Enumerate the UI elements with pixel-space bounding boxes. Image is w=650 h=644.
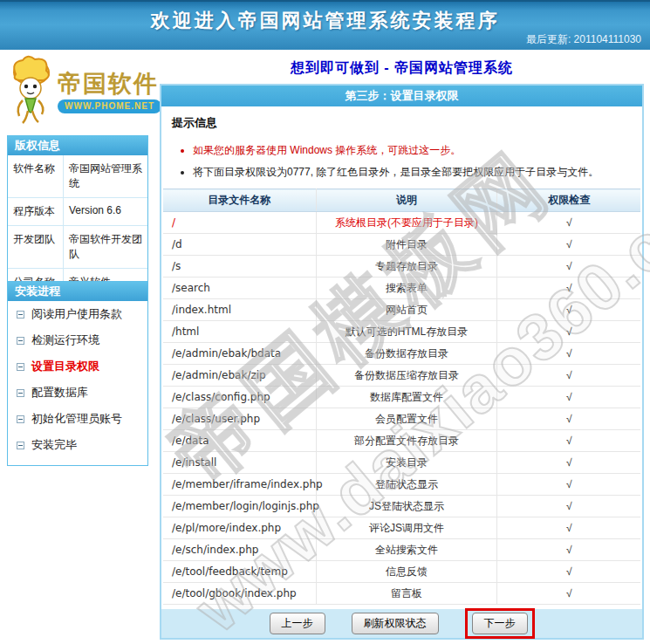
footer-button-bar: 上一步 刷新权限状态 下一步 xyxy=(161,609,642,638)
tips-list: 如果您的服务器使用 Windows 操作系统，可跳过这一步。将下面目录权限设为0… xyxy=(193,140,632,183)
minus-box-icon xyxy=(17,415,24,423)
path-cell: /e/admin/ebak/bdata xyxy=(163,343,316,365)
table-row: /e/pl/more/index.php评论JS调用文件√ xyxy=(163,517,640,539)
path-cell: /e/member/login/loginjs.php xyxy=(163,496,316,517)
copyright-row-label: 开发团队 xyxy=(8,226,64,268)
table-row: /index.html网站首页√ xyxy=(163,299,640,321)
next-step-button[interactable]: 下一步 xyxy=(472,613,528,634)
path-cell: /search xyxy=(163,277,316,299)
description-cell: 登陆状态显示 xyxy=(316,474,497,496)
install-step-item: 检测运行环境 xyxy=(8,327,147,353)
description-cell: 安装目录 xyxy=(316,452,497,474)
copyright-panel-title: 版权信息 xyxy=(8,136,147,155)
permission-table: 目录文件名称说明权限检查 /系统根目录(不要应用于子目录)√/d附件目录√/s专… xyxy=(163,188,640,605)
copyright-row-label: 软件名称 xyxy=(8,155,64,197)
permission-check-cell: √ xyxy=(497,212,640,234)
description-cell: 默认可选的HTML存放目录 xyxy=(316,321,497,343)
tip-item: 如果您的服务器使用 Windows 操作系统，可跳过这一步。 xyxy=(193,140,632,161)
permission-check-cell: √ xyxy=(497,408,640,430)
minus-box-icon xyxy=(17,311,24,319)
brand-site-url: WWW.PHOME.NET xyxy=(58,99,161,113)
copyright-row-value: Version 6.6 xyxy=(64,198,123,225)
description-cell: 备份数据压缩存放目录 xyxy=(316,365,497,387)
brand-name: 帝国软件 xyxy=(58,71,161,97)
install-progress-panel: 安装进程 阅读用户使用条款检测运行环境设置目录权限配置数据库初始化管理员账号安装… xyxy=(7,281,148,466)
install-step-item: 配置数据库 xyxy=(8,380,147,406)
permission-check-cell: √ xyxy=(497,299,640,321)
path-cell: /e/install xyxy=(163,452,316,474)
tips-section: 提示信息 如果您的服务器使用 Windows 操作系统，可跳过这一步。将下面目录… xyxy=(161,106,642,183)
permission-check-cell: √ xyxy=(497,234,640,256)
logo[interactable]: 帝国软件 WWW.PHOME.NET xyxy=(5,53,157,130)
description-cell: 附件目录 xyxy=(316,234,497,256)
path-cell: /e/tool/gbook/index.php xyxy=(163,583,316,605)
description-cell: 留言板 xyxy=(316,583,497,605)
install-step-item: 安装完毕 xyxy=(8,432,147,458)
minus-box-icon xyxy=(17,337,24,345)
header-banner: 欢迎进入帝国网站管理系统安装程序 最后更新: 201104111030 xyxy=(0,0,650,50)
description-cell: 部分配置文件存放目录 xyxy=(316,430,497,452)
description-cell: 系统根目录(不要应用于子目录) xyxy=(316,212,497,234)
mascot-icon xyxy=(5,53,56,130)
install-step-item: 初始化管理员账号 xyxy=(8,406,147,432)
tagline: 想到即可做到 - 帝国网站管理系统 xyxy=(160,59,644,78)
path-cell: / xyxy=(163,212,316,234)
copyright-row-value: 帝国网站管理系统 xyxy=(64,155,147,197)
table-row: /e/admin/ebak/bdata备份数据存放目录√ xyxy=(163,343,640,365)
table-row: /e/admin/ebak/zip备份数据压缩存放目录√ xyxy=(163,365,640,387)
copyright-row-value: 帝国软件开发团队 xyxy=(64,226,147,268)
copyright-row: 软件名称帝国网站管理系统 xyxy=(8,155,147,197)
install-step-label: 检测运行环境 xyxy=(31,332,99,348)
click-annotation: 下一步 xyxy=(465,608,535,639)
table-column-header: 目录文件名称 xyxy=(163,189,316,212)
path-cell: /e/data xyxy=(163,430,316,452)
table-column-header: 说明 xyxy=(316,189,497,212)
table-row: /e/tool/feedback/temp信息反馈√ xyxy=(163,561,640,583)
description-cell: 备份数据存放目录 xyxy=(316,343,497,365)
permission-check-cell: √ xyxy=(497,452,640,474)
description-cell: 专题存放目录 xyxy=(316,256,497,277)
table-row: /e/install安装目录√ xyxy=(163,452,640,474)
permission-check-cell: √ xyxy=(497,321,640,343)
path-cell: /s xyxy=(163,256,316,277)
path-cell: /e/class/user.php xyxy=(163,408,316,430)
permission-check-cell: √ xyxy=(497,583,640,605)
install-step-item: 阅读用户使用条款 xyxy=(8,301,147,327)
install-step-label: 初始化管理员账号 xyxy=(31,411,122,427)
copyright-row-label: 程序版本 xyxy=(8,198,64,225)
tips-title: 提示信息 xyxy=(172,113,632,134)
install-step-item: 设置目录权限 xyxy=(8,353,147,380)
minus-box-icon xyxy=(17,389,24,397)
description-cell: 信息反馈 xyxy=(316,561,497,583)
description-cell: 数据库配置文件 xyxy=(316,387,497,408)
table-row: /html默认可选的HTML存放目录√ xyxy=(163,321,640,343)
refresh-button-wrap: 刷新权限状态 xyxy=(352,613,439,634)
minus-box-icon xyxy=(17,442,24,449)
description-cell: JS登陆状态显示 xyxy=(316,496,497,517)
step-header: 第三步：设置目录权限 xyxy=(161,86,642,106)
table-row: /e/sch/index.php全站搜索文件√ xyxy=(163,539,640,561)
path-cell: /d xyxy=(163,234,316,256)
install-step-label: 安装完毕 xyxy=(31,437,77,453)
prev-button-wrap: 上一步 xyxy=(270,613,325,634)
copyright-row: 开发团队帝国软件开发团队 xyxy=(8,225,147,268)
prev-step-button[interactable]: 上一步 xyxy=(270,613,325,634)
main-panel: 第三步：设置目录权限 提示信息 如果您的服务器使用 Windows 操作系统，可… xyxy=(160,84,644,640)
tip-item: 将下面目录权限设为0777, 除了红色目录外，是目录全部要把权限应用于子目录与文… xyxy=(193,161,632,183)
path-cell: /e/class/config.php xyxy=(163,387,316,408)
table-header-row: 目录文件名称说明权限检查 xyxy=(163,189,640,212)
table-row: /d附件目录√ xyxy=(163,234,640,256)
path-cell: /e/tool/feedback/temp xyxy=(163,561,316,583)
path-cell: /html xyxy=(163,321,316,343)
table-row: /e/data部分配置文件存放目录√ xyxy=(163,430,640,452)
table-row: /e/member/iframe/index.php登陆状态显示√ xyxy=(163,474,640,496)
description-cell: 会员配置文件 xyxy=(316,408,497,430)
refresh-permission-button[interactable]: 刷新权限状态 xyxy=(352,613,439,634)
page-title: 欢迎进入帝国网站管理系统安装程序 xyxy=(0,2,650,34)
table-row: /e/class/config.php数据库配置文件√ xyxy=(163,387,640,408)
install-progress-items: 阅读用户使用条款检测运行环境设置目录权限配置数据库初始化管理员账号安装完毕 xyxy=(8,301,147,458)
description-cell: 网站首页 xyxy=(316,299,497,321)
table-row: /e/tool/gbook/index.php留言板√ xyxy=(163,583,640,605)
permission-check-cell: √ xyxy=(497,561,640,583)
table-row: /s专题存放目录√ xyxy=(163,256,640,277)
